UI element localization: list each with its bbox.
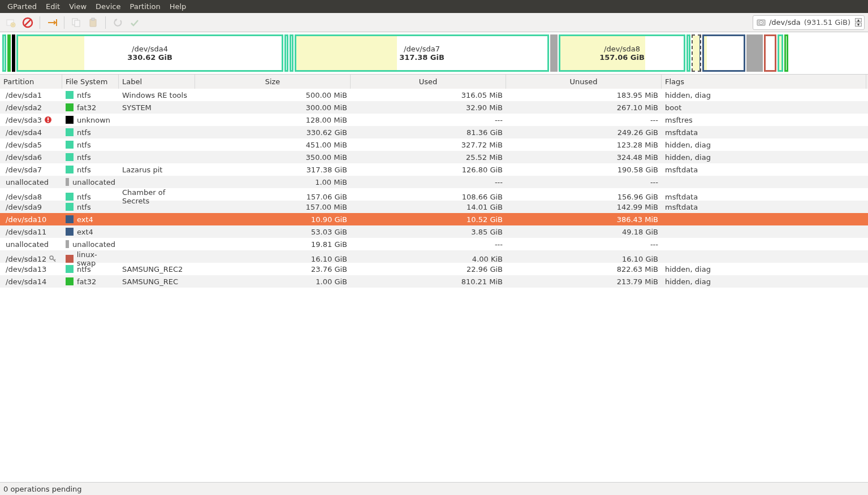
svg-rect-8 xyxy=(92,18,94,20)
device-selector[interactable]: /dev/sda (931.51 GiB) ▴ ▾ xyxy=(753,15,865,30)
cell-unused: 324.48 MiB xyxy=(506,151,662,163)
cell-size: 53.03 GiB xyxy=(195,225,351,238)
menu-help[interactable]: Help xyxy=(165,2,191,11)
svg-rect-6 xyxy=(75,20,80,27)
column-header[interactable]: Size xyxy=(195,75,351,89)
fs-swatch xyxy=(66,203,74,211)
toolbar: /dev/sda (931.51 GiB) ▴ ▾ xyxy=(0,13,868,32)
device-path: /dev/sda xyxy=(769,18,801,27)
partition-map[interactable]: /dev/sda4330.62 GiB/dev/sda7317.38 GiB/d… xyxy=(0,32,868,75)
cell-partition: /dev/sda6 xyxy=(0,151,62,163)
cell-partition: /dev/sda9 xyxy=(0,201,62,213)
cell-size: 1.00 GiB xyxy=(195,275,351,288)
column-header[interactable]: Unused xyxy=(506,75,662,89)
new-partition-button[interactable] xyxy=(3,15,18,30)
cell-unused: 822.63 MiB xyxy=(506,263,662,275)
table-row[interactable]: /dev/sda10ext410.90 GiB10.52 GiB386.43 M… xyxy=(0,213,868,225)
table-row[interactable]: /dev/sda13ntfsSAMSUNG_REC223.76 GiB22.96… xyxy=(0,263,868,275)
table-row[interactable]: /dev/sda14fat32SAMSUNG_REC1.00 GiB810.21… xyxy=(0,275,868,288)
table-row[interactable]: /dev/sda8ntfsChamber of Secrets157.06 Gi… xyxy=(0,188,868,201)
map-partition[interactable] xyxy=(764,34,776,72)
cell-flags: msftdata xyxy=(662,201,866,213)
menu-partition[interactable]: Partition xyxy=(126,2,165,11)
cell-flags xyxy=(662,176,866,188)
device-size: (931.51 GiB) xyxy=(804,18,850,27)
cell-size: 128.00 MiB xyxy=(195,114,351,126)
map-unallocated[interactable] xyxy=(746,34,763,72)
cell-partition: /dev/sda1 xyxy=(0,89,62,101)
cell-unused: --- xyxy=(506,114,662,126)
device-spinner[interactable]: ▴ ▾ xyxy=(855,18,862,27)
map-partition[interactable] xyxy=(284,34,288,72)
fs-swatch xyxy=(66,116,74,124)
map-partition[interactable] xyxy=(7,34,11,72)
map-partition[interactable] xyxy=(290,34,293,72)
cell-label xyxy=(119,151,195,163)
column-header[interactable]: Used xyxy=(351,75,506,89)
map-partition[interactable]: /dev/sda4330.62 GiB xyxy=(16,34,283,72)
cell-size: 330.62 GiB xyxy=(195,126,351,138)
table-row[interactable]: /dev/sda12linux-swap16.10 GiB4.00 KiB16.… xyxy=(0,250,868,263)
separator xyxy=(105,16,106,29)
new-partition-icon xyxy=(6,18,16,28)
table-row[interactable]: /dev/sda1ntfsWindows RE tools500.00 MiB3… xyxy=(0,89,868,101)
column-header[interactable]: Partition xyxy=(0,75,62,89)
cell-label: SYSTEM xyxy=(119,101,195,114)
table-row[interactable]: /dev/sda7ntfsLazarus pit317.38 GiB126.80… xyxy=(0,163,868,176)
map-partition[interactable] xyxy=(784,34,788,72)
menu-view[interactable]: View xyxy=(64,2,91,11)
fs-swatch xyxy=(66,265,74,273)
apply-icon xyxy=(129,18,140,28)
map-partition[interactable] xyxy=(778,34,783,72)
table-row[interactable]: /dev/sda6ntfs350.00 MiB25.52 MiB324.48 M… xyxy=(0,151,868,163)
table-row[interactable]: unallocatedunallocated1.00 MiB------ xyxy=(0,176,868,188)
paste-icon xyxy=(88,18,98,28)
map-partition[interactable] xyxy=(702,34,745,72)
cell-flags: msftdata xyxy=(662,163,866,176)
cell-filesystem: ext4 xyxy=(62,213,119,225)
map-unallocated[interactable] xyxy=(550,34,558,72)
column-header[interactable]: Label xyxy=(119,75,195,89)
table-row[interactable]: /dev/sda2fat32SYSTEM300.00 MiB32.90 MiB2… xyxy=(0,101,868,114)
copy-button[interactable] xyxy=(69,15,84,30)
menu-gparted[interactable]: GParted xyxy=(3,2,41,11)
delete-button[interactable] xyxy=(20,15,35,30)
table-row[interactable]: /dev/sda9ntfs157.00 MiB14.01 GiB142.99 M… xyxy=(0,201,868,213)
table-row[interactable]: /dev/sda5ntfs451.00 MiB327.72 MiB123.28 … xyxy=(0,138,868,151)
apply-button[interactable] xyxy=(127,15,142,30)
menu-edit[interactable]: Edit xyxy=(41,2,64,11)
map-partition[interactable]: /dev/sda8157.06 GiB xyxy=(559,34,685,72)
map-partition[interactable]: /dev/sda7317.38 GiB xyxy=(295,34,549,72)
cell-partition: /dev/sda3 xyxy=(0,114,62,126)
cell-used: 10.52 GiB xyxy=(351,213,506,225)
cell-filesystem: ntfs xyxy=(62,163,119,176)
cell-unused: 249.26 GiB xyxy=(506,126,662,138)
map-partition[interactable] xyxy=(2,34,6,72)
undo-button[interactable] xyxy=(110,15,125,30)
cell-size: 23.76 GiB xyxy=(195,263,351,275)
table-row[interactable]: /dev/sda11ext453.03 GiB3.85 GiB49.18 GiB xyxy=(0,225,868,238)
resize-move-button[interactable] xyxy=(45,15,59,30)
fs-swatch xyxy=(66,215,74,223)
cell-used: --- xyxy=(351,114,506,126)
table-row[interactable]: unallocatedunallocated19.81 GiB------ xyxy=(0,238,868,250)
paste-button[interactable] xyxy=(86,15,101,30)
fs-swatch xyxy=(66,193,74,201)
cell-label: SAMSUNG_REC xyxy=(119,275,195,288)
map-partition[interactable] xyxy=(692,34,701,72)
menu-device[interactable]: Device xyxy=(91,2,125,11)
map-partition[interactable] xyxy=(12,34,15,72)
cell-used: 14.01 GiB xyxy=(351,201,506,213)
cell-flags: boot xyxy=(662,101,866,114)
cell-flags: hidden, diag xyxy=(662,89,866,101)
map-partition[interactable] xyxy=(686,34,690,72)
cell-unused: 213.79 MiB xyxy=(506,275,662,288)
table-row[interactable]: /dev/sda4ntfs330.62 GiB81.36 GiB249.26 G… xyxy=(0,126,868,138)
cell-filesystem: fat32 xyxy=(62,101,119,114)
fs-swatch xyxy=(66,277,74,285)
cell-used: 126.80 GiB xyxy=(351,163,506,176)
table-row[interactable]: /dev/sda3unknown128.00 MiB------msftres xyxy=(0,114,868,126)
column-header[interactable]: File System xyxy=(62,75,119,89)
svg-point-11 xyxy=(761,22,762,23)
column-header[interactable]: Flags xyxy=(662,75,866,89)
